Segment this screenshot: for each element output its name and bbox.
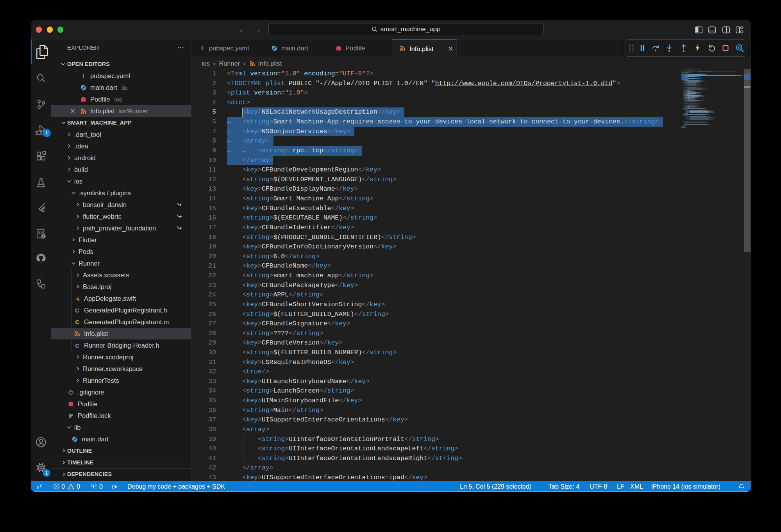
svg-text:!: ! [82, 73, 84, 79]
svg-text:C: C [75, 343, 79, 349]
svg-text:C: C [75, 319, 79, 325]
svg-text:!: ! [201, 45, 203, 51]
svg-text:C: C [75, 307, 79, 314]
